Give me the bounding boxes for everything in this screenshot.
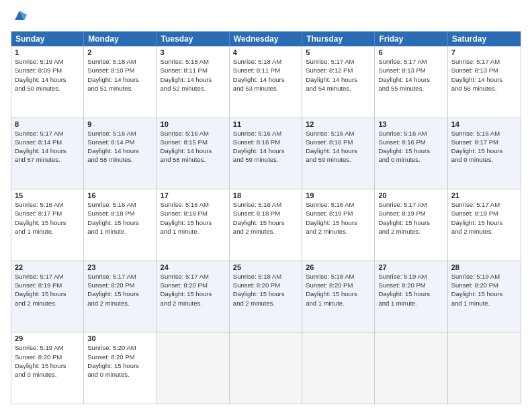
calendar-cell	[375, 332, 447, 404]
calendar-cell: 5Sunrise: 5:17 AMSunset: 8:12 PMDaylight…	[302, 46, 375, 118]
cell-info-line: Sunrise: 5:16 AM	[161, 129, 226, 138]
day-number: 16	[87, 191, 152, 199]
cell-info-line: Sunrise: 5:20 AM	[87, 343, 152, 352]
cell-info-line: Sunrise: 5:17 AM	[378, 200, 443, 209]
day-number: 14	[451, 120, 517, 128]
day-number: 5	[306, 48, 371, 56]
cell-info-line: and 1 minute.	[378, 299, 443, 308]
day-number: 29	[15, 334, 80, 342]
calendar-cell: 8Sunrise: 5:17 AMSunset: 8:14 PMDaylight…	[11, 118, 84, 189]
day-number: 10	[161, 120, 226, 128]
cell-info-line: Daylight: 15 hours	[306, 218, 371, 227]
day-number: 20	[378, 191, 443, 199]
cell-info-line: Sunrise: 5:16 AM	[306, 200, 371, 209]
calendar-week-row: 1Sunrise: 5:19 AMSunset: 8:09 PMDaylight…	[11, 46, 521, 118]
cell-info-line: and 2 minutes.	[378, 227, 443, 236]
cell-info-line: Sunrise: 5:17 AM	[451, 57, 517, 66]
day-number: 1	[15, 48, 80, 56]
cell-info-line: Sunset: 8:19 PM	[15, 281, 80, 289]
cell-info-line: Sunset: 8:13 PM	[451, 66, 517, 75]
cell-info-line: and 2 minutes.	[306, 227, 371, 236]
calendar-cell: 10Sunrise: 5:16 AMSunset: 8:15 PMDayligh…	[157, 118, 230, 189]
day-number: 11	[233, 120, 298, 128]
cell-info-line: Daylight: 15 hours	[233, 289, 298, 298]
day-number: 4	[233, 48, 298, 56]
cell-info-line: and 2 minutes.	[233, 299, 298, 308]
cell-info-line: Sunrise: 5:16 AM	[161, 200, 226, 209]
calendar-body: 1Sunrise: 5:19 AMSunset: 8:09 PMDaylight…	[11, 46, 521, 404]
calendar-header-cell: Wednesday	[230, 32, 302, 46]
cell-info-line: and 52 minutes.	[161, 84, 226, 93]
cell-info-line: Sunset: 8:18 PM	[87, 209, 152, 218]
cell-info-line: Sunset: 8:20 PM	[306, 281, 371, 289]
calendar-cell: 29Sunrise: 5:19 AMSunset: 8:20 PMDayligh…	[11, 332, 84, 404]
calendar-cell: 21Sunrise: 5:17 AMSunset: 8:19 PMDayligh…	[448, 189, 521, 261]
cell-info-line: Sunset: 8:19 PM	[306, 209, 371, 218]
cell-info-line: and 1 minute.	[451, 299, 517, 308]
cell-info-line: Daylight: 15 hours	[306, 289, 371, 298]
cell-info-line: Sunset: 8:14 PM	[15, 138, 80, 146]
calendar-cell: 26Sunrise: 5:18 AMSunset: 8:20 PMDayligh…	[302, 261, 375, 332]
cell-info-line: Sunrise: 5:19 AM	[15, 57, 80, 66]
day-number: 22	[15, 263, 80, 271]
calendar-cell: 14Sunrise: 5:16 AMSunset: 8:17 PMDayligh…	[448, 118, 521, 189]
cell-info-line: and 1 minute.	[306, 299, 371, 308]
cell-info-line: Sunset: 8:14 PM	[87, 138, 152, 146]
calendar-cell: 20Sunrise: 5:17 AMSunset: 8:19 PMDayligh…	[375, 189, 447, 261]
cell-info-line: and 0 minutes.	[87, 370, 152, 379]
cell-info-line: Daylight: 14 hours	[15, 146, 80, 155]
cell-info-line: Sunrise: 5:16 AM	[378, 129, 443, 138]
cell-info-line: Daylight: 15 hours	[15, 289, 80, 298]
cell-info-line: Daylight: 15 hours	[451, 146, 517, 155]
calendar-header: SundayMondayTuesdayWednesdayThursdayFrid…	[11, 32, 521, 46]
cell-info-line: and 2 minutes.	[233, 227, 298, 236]
cell-info-line: Sunrise: 5:17 AM	[15, 129, 80, 138]
cell-info-line: Sunset: 8:16 PM	[233, 138, 298, 146]
logo	[11, 8, 24, 26]
calendar-cell: 25Sunrise: 5:18 AMSunset: 8:20 PMDayligh…	[230, 261, 302, 332]
calendar-week-row: 8Sunrise: 5:17 AMSunset: 8:14 PMDaylight…	[11, 118, 521, 189]
calendar-cell	[448, 332, 521, 404]
cell-info-line: Daylight: 15 hours	[161, 218, 226, 227]
page: SundayMondayTuesdayWednesdayThursdayFrid…	[0, 0, 532, 411]
day-number: 17	[161, 191, 226, 199]
cell-info-line: Sunrise: 5:16 AM	[87, 129, 152, 138]
cell-info-line: Sunset: 8:10 PM	[87, 66, 152, 75]
cell-info-line: Sunrise: 5:18 AM	[233, 272, 298, 281]
cell-info-line: Sunrise: 5:16 AM	[233, 129, 298, 138]
cell-info-line: Sunset: 8:16 PM	[378, 138, 443, 146]
calendar-header-cell: Monday	[84, 32, 157, 46]
calendar-cell: 23Sunrise: 5:17 AMSunset: 8:20 PMDayligh…	[84, 261, 157, 332]
day-number: 28	[451, 263, 517, 271]
cell-info-line: Daylight: 14 hours	[87, 146, 152, 155]
cell-info-line: Daylight: 15 hours	[87, 218, 152, 227]
cell-info-line: Sunset: 8:11 PM	[161, 66, 226, 75]
cell-info-line: Sunrise: 5:17 AM	[378, 57, 443, 66]
cell-info-line: Daylight: 14 hours	[451, 75, 517, 84]
day-number: 12	[306, 120, 371, 128]
calendar-cell: 17Sunrise: 5:16 AMSunset: 8:18 PMDayligh…	[157, 189, 230, 261]
day-number: 15	[15, 191, 80, 199]
cell-info-line: Sunset: 8:20 PM	[451, 281, 517, 289]
header	[11, 8, 521, 26]
calendar-cell: 30Sunrise: 5:20 AMSunset: 8:20 PMDayligh…	[84, 332, 157, 404]
calendar-cell: 2Sunrise: 5:18 AMSunset: 8:10 PMDaylight…	[84, 46, 157, 118]
cell-info-line: Sunset: 8:20 PM	[233, 281, 298, 289]
cell-info-line: Sunrise: 5:16 AM	[87, 200, 152, 209]
cell-info-line: and 2 minutes.	[87, 299, 152, 308]
cell-info-line: and 53 minutes.	[233, 84, 298, 93]
cell-info-line: Daylight: 14 hours	[233, 146, 298, 155]
calendar-header-cell: Friday	[375, 32, 447, 46]
day-number: 3	[161, 48, 226, 56]
calendar-cell: 7Sunrise: 5:17 AMSunset: 8:13 PMDaylight…	[448, 46, 521, 118]
cell-info-line: Sunset: 8:19 PM	[378, 209, 443, 218]
cell-info-line: and 51 minutes.	[87, 84, 152, 93]
calendar-header-cell: Thursday	[302, 32, 375, 46]
calendar-week-row: 29Sunrise: 5:19 AMSunset: 8:20 PMDayligh…	[11, 332, 521, 404]
cell-info-line: Sunrise: 5:17 AM	[306, 57, 371, 66]
calendar-cell: 18Sunrise: 5:16 AMSunset: 8:18 PMDayligh…	[230, 189, 302, 261]
calendar-header-cell: Saturday	[448, 32, 521, 46]
cell-info-line: Daylight: 15 hours	[378, 289, 443, 298]
cell-info-line: Sunrise: 5:17 AM	[451, 200, 517, 209]
calendar-cell: 27Sunrise: 5:19 AMSunset: 8:20 PMDayligh…	[375, 261, 447, 332]
